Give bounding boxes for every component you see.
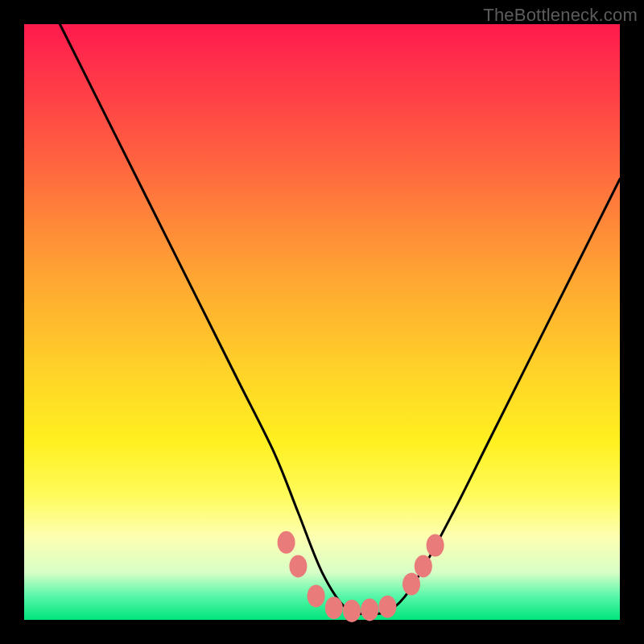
curve-marker (427, 535, 444, 557)
bottleneck-curve-path (60, 24, 620, 614)
curve-marker (415, 555, 432, 577)
curve-marker (378, 596, 396, 618)
curve-marker (289, 555, 307, 577)
chart-frame: TheBottleneck.com (0, 0, 644, 644)
curve-marker (361, 598, 378, 621)
chart-plot-area (24, 24, 620, 620)
curve-marker (308, 584, 325, 607)
curve-marker (278, 531, 295, 554)
chart-svg (24, 24, 620, 620)
watermark-text: TheBottleneck.com (483, 5, 638, 26)
curve-marker (325, 597, 343, 619)
curve-marker (343, 600, 361, 622)
curve-marker (402, 573, 420, 596)
